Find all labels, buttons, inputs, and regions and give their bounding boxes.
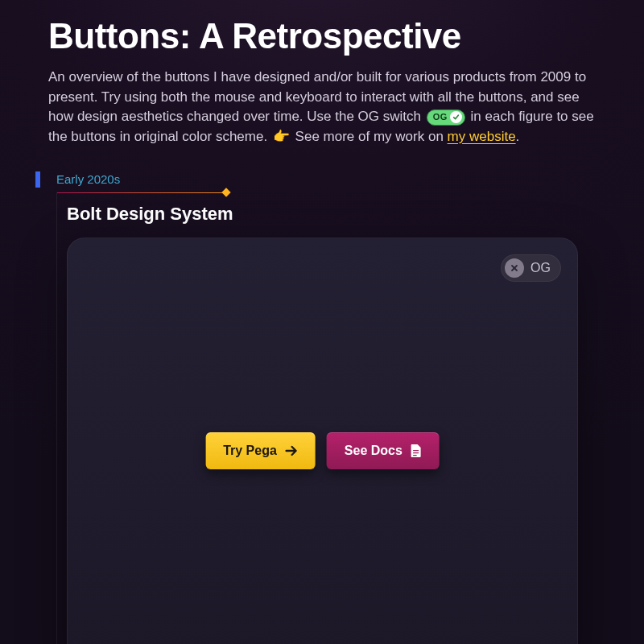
og-toggle-label: OG — [530, 261, 551, 275]
close-icon — [505, 258, 524, 278]
diamond-icon — [221, 188, 230, 196]
see-docs-label: See Docs — [345, 444, 402, 458]
page-title: Buttons: A Retrospective — [48, 16, 596, 56]
figure-section: Bolt Design System OG Try Pega — [56, 192, 596, 644]
timeline-marker: Early 2020s — [35, 171, 596, 188]
my-website-link[interactable]: my website — [448, 129, 516, 144]
timeline-tick — [35, 171, 40, 188]
demo-button-row: Try Pega See Docs — [205, 432, 440, 469]
pointer-icon: 👉 — [273, 129, 290, 144]
intro-text-end: . — [516, 129, 520, 144]
see-docs-button[interactable]: See Docs — [327, 432, 440, 469]
intro-text-3: See more of my work on — [295, 129, 448, 144]
document-icon — [411, 444, 422, 457]
timeline-era-label: Early 2020s — [56, 172, 120, 186]
check-icon — [450, 111, 462, 123]
intro-paragraph: An overview of the buttons I have design… — [48, 68, 596, 147]
demo-panel: OG Try Pega See Docs — [67, 237, 578, 644]
og-toggle[interactable]: OG — [501, 254, 561, 282]
figure-title: Bolt Design System — [67, 204, 596, 225]
og-badge-inline: OG — [427, 109, 465, 126]
arrow-right-icon — [285, 445, 298, 456]
try-pega-label: Try Pega — [223, 444, 277, 458]
og-badge-label: OG — [433, 111, 448, 124]
try-pega-button[interactable]: Try Pega — [205, 432, 316, 469]
